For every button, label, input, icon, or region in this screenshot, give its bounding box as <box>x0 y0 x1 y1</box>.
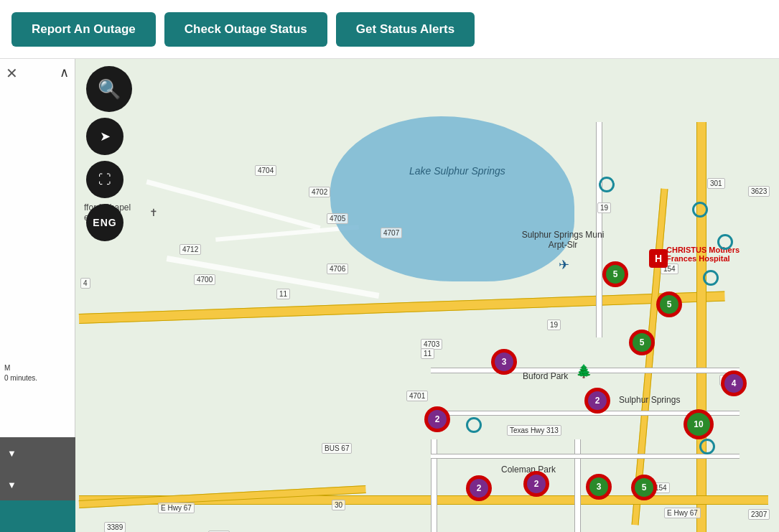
search-button[interactable]: 🔍 <box>86 66 132 112</box>
language-button[interactable]: ENG <box>86 204 123 241</box>
cluster-marker-1[interactable]: 5 <box>602 261 628 287</box>
info-text: M 0 minutes. <box>1 360 72 386</box>
road-label-4705: 4705 <box>327 213 348 224</box>
road-label-19b: 19 <box>547 319 561 330</box>
road-label-3623: 3623 <box>748 186 770 197</box>
navigate-button[interactable]: ➤ <box>86 118 123 155</box>
cluster-marker-12[interactable]: 5 <box>631 475 657 500</box>
chevron-up-button[interactable]: ∧ <box>60 65 69 80</box>
map-area[interactable]: Lake Sulphur Springs 4704 4702 4705 4707… <box>0 59 779 532</box>
dropdown-2-label: ▼ <box>7 480 17 490</box>
park-icon: 🌲 <box>576 363 592 379</box>
road-label-301: 301 <box>707 178 725 189</box>
road-label-4700: 4700 <box>194 274 215 285</box>
road-label-2307: 2307 <box>748 509 770 520</box>
cluster-marker-6[interactable]: 2 <box>424 406 450 432</box>
bottom-teal-button[interactable] <box>0 500 75 532</box>
get-status-alerts-button[interactable]: Get Status Alerts <box>336 12 475 47</box>
outage-marker-teal-1[interactable] <box>599 177 615 192</box>
cluster-marker-8[interactable]: 10 <box>684 409 714 439</box>
outage-marker-teal-7[interactable] <box>699 439 715 454</box>
road-h-3 <box>431 454 740 459</box>
report-outage-button[interactable]: Report An Outage <box>11 12 156 47</box>
close-button[interactable]: ✕ <box>6 65 18 82</box>
road-label-11b: 11 <box>421 348 434 359</box>
outage-marker-teal-3[interactable] <box>717 234 733 250</box>
highway-ns <box>696 122 706 532</box>
outage-marker-teal-4[interactable] <box>703 270 719 286</box>
road-label-ehwy67: E Hwy 67 <box>158 503 195 513</box>
cluster-marker-2[interactable]: 5 <box>656 291 682 317</box>
road-label-bus67: BUS 67 <box>322 443 352 454</box>
road-label-4712: 4712 <box>179 244 201 255</box>
dropdown-2[interactable]: ▼ <box>0 469 75 500</box>
left-panel: ✕ ∧ M 0 minutes. ▼ ▼ <box>0 59 75 532</box>
road-label-313: Texas Hwy 313 <box>507 425 561 436</box>
dropdown-1[interactable]: ▼ <box>0 437 75 469</box>
expand-icon: ⛶ <box>98 172 111 187</box>
cluster-marker-9[interactable]: 2 <box>466 475 492 501</box>
expand-button[interactable]: ⛶ <box>86 161 123 198</box>
road-label-4: 4 <box>80 278 90 289</box>
cluster-marker-10[interactable]: 2 <box>523 471 549 497</box>
hospital-label: CHRISTUS MothersFrances Hospital <box>666 246 760 263</box>
airport-icon: ✈ <box>559 257 569 273</box>
dropdown-1-label: ▼ <box>7 448 17 459</box>
cluster-marker-11[interactable]: 3 <box>586 474 612 500</box>
road-label-4707: 4707 <box>381 228 402 238</box>
hospital-icon: H <box>649 249 668 268</box>
cluster-marker-4[interactable]: 3 <box>491 349 517 375</box>
road-label-11: 11 <box>276 289 290 299</box>
info-line2: 0 minutes. <box>4 374 37 382</box>
cluster-marker-5[interactable]: 2 <box>584 388 610 414</box>
cluster-marker-3[interactable]: 5 <box>629 330 655 355</box>
navigate-icon: ➤ <box>100 129 111 144</box>
search-icon: 🔍 <box>98 78 121 101</box>
road-label-3389: 3389 <box>104 522 126 532</box>
road-label-4704: 4704 <box>255 165 276 176</box>
lake-label: Lake Sulphur Springs <box>409 165 505 177</box>
road-label-ehwy67b: E Hwy 67 <box>664 508 701 518</box>
map-controls: 🔍 ➤ ⛶ ENG <box>86 66 132 241</box>
check-outage-status-button[interactable]: Check Outage Status <box>164 12 327 47</box>
outage-marker-teal-2[interactable] <box>692 202 708 218</box>
outage-marker-teal-5[interactable] <box>466 417 482 433</box>
road-label-4701: 4701 <box>406 391 428 401</box>
header: Report An Outage Check Outage Status Get… <box>0 0 779 59</box>
road-label-4706: 4706 <box>327 263 348 274</box>
cluster-marker-7[interactable]: 4 <box>721 370 747 396</box>
info-line1: M <box>4 364 10 372</box>
road-label-30: 30 <box>332 500 345 510</box>
church-icon: ✝ <box>149 207 158 218</box>
road-label-19: 19 <box>597 202 611 213</box>
road-19 <box>596 122 602 337</box>
lang-label: ENG <box>93 217 116 228</box>
road-label-4702: 4702 <box>309 187 330 197</box>
